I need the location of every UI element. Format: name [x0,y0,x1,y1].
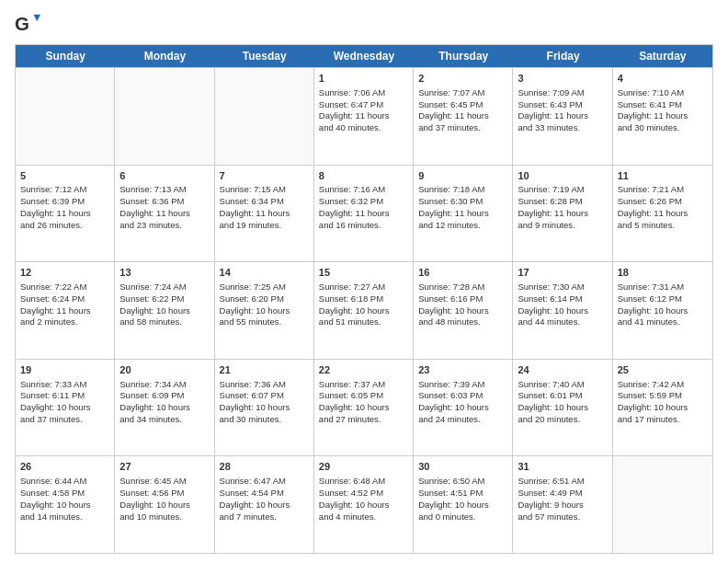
day-number: 12 [20,266,109,280]
sunrise-text: Sunrise: 7:31 AM [618,282,708,293]
header-day-monday: Monday [115,45,214,67]
day-number: 8 [319,169,408,183]
logo-icon: G [15,11,40,37]
calendar-cell: 23Sunrise: 7:39 AMSunset: 6:03 PMDayligh… [414,360,513,456]
day-number: 4 [618,72,708,86]
sunset-text: Sunset: 6:16 PM [418,293,507,305]
sunset-text: Sunset: 6:26 PM [618,196,708,208]
svg-marker-1 [34,15,40,21]
calendar-cell: 2Sunrise: 7:07 AMSunset: 6:45 PMDaylight… [414,68,513,165]
daylight-text: and 4 minutes. [319,511,408,523]
sunset-text: Sunset: 6:05 PM [319,390,408,402]
sunrise-text: Sunrise: 7:34 AM [119,379,209,391]
day-number: 15 [319,266,408,280]
day-number: 17 [518,266,607,280]
sunset-text: Sunset: 6:41 PM [618,99,708,111]
calendar-cell: 11Sunrise: 7:21 AMSunset: 6:26 PMDayligh… [613,166,712,262]
sunset-text: Sunset: 6:43 PM [518,99,607,111]
day-number: 6 [119,169,209,183]
sunrise-text: Sunrise: 7:36 AM [220,379,309,391]
page-header: G [15,11,713,37]
daylight-text: and 2 minutes. [20,316,109,328]
sunrise-text: Sunrise: 7:12 AM [20,184,109,196]
daylight-text: and 16 minutes. [319,220,408,232]
calendar-cell: 19Sunrise: 7:33 AMSunset: 6:11 PMDayligh… [16,360,115,456]
sunrise-text: Sunrise: 7:10 AM [618,87,708,99]
day-number: 24 [518,363,607,377]
sunset-text: Sunset: 6:28 PM [518,196,607,208]
day-number: 13 [119,266,209,280]
calendar-cell: 12Sunrise: 7:22 AMSunset: 6:24 PMDayligh… [16,262,115,359]
day-number: 14 [220,266,309,280]
daylight-text: Daylight: 11 hours [319,208,408,220]
calendar-row-4: 19Sunrise: 7:33 AMSunset: 6:11 PMDayligh… [16,359,712,456]
sunrise-text: Sunrise: 6:44 AM [20,476,109,488]
day-number: 7 [220,169,309,183]
calendar-header: SundayMondayTuesdayWednesdayThursdayFrid… [16,45,712,67]
daylight-text: Daylight: 10 hours [418,500,507,511]
sunset-text: Sunset: 6:07 PM [220,390,309,402]
sunset-text: Sunset: 6:12 PM [618,293,708,305]
sunrise-text: Sunrise: 7:25 AM [220,282,309,293]
daylight-text: Daylight: 10 hours [418,305,507,317]
day-number: 19 [20,363,109,377]
daylight-text: and 41 minutes. [618,316,708,328]
daylight-text: and 17 minutes. [618,414,708,426]
daylight-text: Daylight: 10 hours [20,402,109,414]
header-day-saturday: Saturday [613,45,712,67]
daylight-text: and 51 minutes. [319,316,408,328]
sunrise-text: Sunrise: 7:27 AM [319,282,408,293]
daylight-text: Daylight: 11 hours [618,208,708,220]
daylight-text: Daylight: 10 hours [220,402,309,414]
day-number: 1 [319,72,408,86]
sunset-text: Sunset: 6:30 PM [418,196,507,208]
sunrise-text: Sunrise: 7:06 AM [319,87,408,99]
day-number: 10 [518,169,607,183]
sunrise-text: Sunrise: 7:28 AM [418,282,507,293]
daylight-text: and 10 minutes. [119,511,209,523]
daylight-text: and 37 minutes. [20,414,109,426]
day-number: 27 [119,460,209,474]
sunset-text: Sunset: 6:34 PM [220,196,309,208]
header-day-tuesday: Tuesday [215,45,314,67]
sunset-text: Sunset: 4:54 PM [220,488,309,500]
calendar-cell: 26Sunrise: 6:44 AMSunset: 4:58 PMDayligh… [16,456,115,553]
daylight-text: and 14 minutes. [20,511,109,523]
daylight-text: Daylight: 10 hours [119,305,209,317]
header-day-thursday: Thursday [414,45,513,67]
calendar-cell: 25Sunrise: 7:42 AMSunset: 5:59 PMDayligh… [613,360,712,456]
calendar-cell: 20Sunrise: 7:34 AMSunset: 6:09 PMDayligh… [115,360,214,456]
daylight-text: Daylight: 11 hours [518,110,607,122]
day-number: 23 [418,363,507,377]
calendar-cell [115,68,214,165]
sunset-text: Sunset: 4:51 PM [418,488,507,500]
day-number: 16 [418,266,507,280]
calendar-cell: 21Sunrise: 7:36 AMSunset: 6:07 PMDayligh… [215,360,314,456]
day-number: 29 [319,460,408,474]
day-number: 20 [119,363,209,377]
calendar-cell: 6Sunrise: 7:13 AMSunset: 6:36 PMDaylight… [115,166,214,262]
calendar-row-3: 12Sunrise: 7:22 AMSunset: 6:24 PMDayligh… [16,261,712,359]
calendar-cell [613,456,712,553]
calendar-row-2: 5Sunrise: 7:12 AMSunset: 6:39 PMDaylight… [16,165,712,262]
calendar-cell [16,68,115,165]
daylight-text: and 23 minutes. [119,220,209,232]
calendar-row-5: 26Sunrise: 6:44 AMSunset: 4:58 PMDayligh… [16,455,712,553]
daylight-text: and 57 minutes. [518,511,607,523]
daylight-text: and 55 minutes. [220,316,309,328]
daylight-text: Daylight: 10 hours [418,402,507,414]
daylight-text: and 0 minutes. [418,511,507,523]
calendar-cell: 16Sunrise: 7:28 AMSunset: 6:16 PMDayligh… [414,262,513,359]
sunrise-text: Sunrise: 7:15 AM [220,184,309,196]
day-number: 3 [518,72,607,86]
sunset-text: Sunset: 4:56 PM [119,488,209,500]
daylight-text: Daylight: 11 hours [220,208,309,220]
daylight-text: and 20 minutes. [518,414,607,426]
sunrise-text: Sunrise: 7:19 AM [518,184,607,196]
sunset-text: Sunset: 4:49 PM [518,488,607,500]
daylight-text: and 30 minutes. [618,122,708,134]
logo: G [15,11,44,37]
header-day-friday: Friday [513,45,612,67]
sunrise-text: Sunrise: 7:39 AM [418,379,507,391]
daylight-text: and 7 minutes. [220,511,309,523]
